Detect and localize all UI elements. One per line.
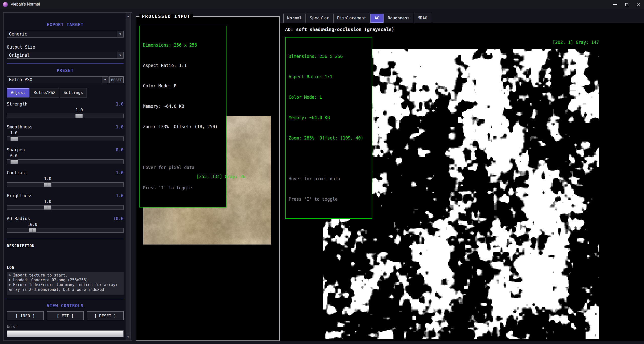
input-info-overlay: Dimensions: 256 x 256 Aspect Ratio: 1:1 …: [139, 26, 226, 208]
preset-value: Retro PSX: [9, 77, 32, 82]
slider-ao-radius: AO Radius10.0 10.0: [7, 216, 124, 233]
info-dimensions: Dimensions: 256 x 256: [143, 42, 223, 49]
separator: [7, 239, 124, 239]
description-body: [7, 249, 124, 265]
output-caption: AO: soft shadowing/occlusion (grayscale): [285, 27, 394, 32]
scroll-up-icon[interactable]: ▲: [126, 13, 130, 19]
slider-value: 1.0: [116, 101, 124, 107]
log-line: > Error: IndexError: too many indices fo…: [9, 283, 122, 292]
tab-settings[interactable]: Settings: [60, 88, 87, 97]
slider-brightness: Brightness1.0 1.0: [7, 193, 124, 210]
preset-select[interactable]: Retro PSX ▼: [7, 76, 108, 83]
slider-handle[interactable]: [44, 182, 52, 187]
scrollbar-thumb[interactable]: [126, 19, 130, 334]
info-zoom: Zoom: 133% Offset: (18, 250): [143, 123, 223, 130]
titlebar: Viebah's Normal: [0, 0, 644, 9]
slider-handle[interactable]: [10, 159, 18, 164]
slider-handle-label: 0.0: [10, 153, 17, 158]
tab-mrao[interactable]: MRAO: [414, 14, 431, 23]
output-size-label: Output Size: [7, 45, 124, 50]
slider-contrast: Contrast1.0 1.0: [7, 170, 124, 187]
reset-view-button[interactable]: [ RESET ]: [87, 311, 124, 320]
slider-track[interactable]: [7, 114, 124, 118]
separator: [7, 63, 124, 64]
slider-label: AO Radius: [7, 216, 30, 222]
separator: [7, 299, 124, 299]
export-format-select[interactable]: Generic ▼: [7, 31, 124, 38]
info-hint-hover: Hover for pixel data: [289, 176, 369, 182]
sidebar-scrollbar[interactable]: ▲ ▼: [126, 13, 131, 340]
slider-label: Contrast: [7, 170, 27, 176]
app-icon: [3, 2, 8, 7]
slider-smoothness: Smoothness1.0 1.0: [7, 124, 124, 141]
scroll-down-icon[interactable]: ▼: [126, 334, 130, 340]
info-aspect: Aspect Ratio: 1:1: [289, 74, 369, 80]
preset-header: PRESET: [7, 68, 124, 73]
slider-label: Brightness: [7, 193, 32, 199]
status-progressbar: [7, 330, 124, 337]
slider-value: 1.0: [116, 193, 124, 199]
slider-handle[interactable]: [10, 136, 18, 141]
slider-track[interactable]: [7, 159, 124, 164]
output-size-select[interactable]: Original ▼: [7, 52, 124, 59]
info-hint-hover: Hover for pixel data: [143, 164, 223, 171]
tab-displacement[interactable]: Displacement: [333, 14, 370, 23]
info-color-mode: Color Mode: P: [143, 83, 223, 89]
info-button[interactable]: [ INFO ]: [7, 311, 44, 320]
info-memory: Memory: ~64.0 KB: [143, 103, 223, 110]
slider-track[interactable]: [7, 182, 124, 187]
slider-value: 1.0: [116, 124, 124, 130]
info-zoom: Zoom: 285% Offset: (109, 40): [289, 135, 369, 142]
slider-label: Strength: [7, 101, 27, 107]
info-color-mode: Color Mode: L: [289, 94, 369, 101]
tab-retro-psx[interactable]: Retro/PSX: [30, 88, 59, 97]
info-memory: Memory: ~64.0 KB: [289, 114, 369, 121]
slider-label: Sharpen: [7, 147, 25, 153]
tab-ao[interactable]: AO: [370, 14, 383, 23]
maximize-button[interactable]: [621, 0, 632, 9]
output-info-overlay: Dimensions: 256 x 256 Aspect Ratio: 1:1 …: [285, 37, 372, 219]
slider-track[interactable]: [7, 228, 124, 233]
slider-track[interactable]: [7, 136, 124, 141]
slider-handle-label: 10.0: [28, 222, 37, 227]
chevron-down-icon[interactable]: ▼: [117, 52, 123, 58]
chevron-down-icon[interactable]: ▼: [117, 31, 123, 37]
close-button[interactable]: [632, 0, 644, 9]
window-title: Viebah's Normal: [11, 2, 40, 7]
slider-handle[interactable]: [44, 205, 52, 210]
slider-track[interactable]: [7, 205, 124, 210]
log-box[interactable]: > Import texture to start. > Loaded: Con…: [7, 272, 124, 295]
chevron-down-icon[interactable]: ▼: [102, 77, 108, 83]
output-pixel-readout: [202, 1] Gray: 147: [553, 40, 599, 45]
output-size-value: Original: [9, 53, 30, 58]
slider-handle[interactable]: [75, 114, 83, 118]
view-controls-header: VIEW CONTROLS: [7, 303, 124, 308]
tab-specular[interactable]: Specular: [306, 14, 333, 23]
slider-handle-label: 1.0: [44, 199, 51, 204]
description-header: DESCRIPTION: [7, 244, 124, 249]
log-line: > Import texture to start.: [9, 273, 122, 278]
fit-button[interactable]: [ FIT ]: [47, 311, 84, 320]
processed-input-title: PROCESSED INPUT: [139, 14, 193, 19]
info-hint-toggle: Press 'I' to toggle: [143, 185, 223, 191]
info-aspect: Aspect Ratio: 1:1: [143, 62, 223, 69]
preset-reset-button[interactable]: RESET: [109, 76, 124, 83]
info-hint-toggle: Press 'I' to toggle: [289, 196, 369, 203]
slider-handle[interactable]: [29, 228, 36, 233]
slider-value: 1.0: [116, 170, 124, 176]
log-line: > Loaded: Concrete_02.png (256x256): [9, 278, 122, 283]
slider-strength: Strength1.0 1.0: [7, 101, 124, 118]
log-header: LOG: [7, 265, 124, 270]
slider-sharpen: Sharpen0.0 0.0: [7, 147, 124, 164]
minimize-button[interactable]: [609, 0, 621, 9]
slider-handle-label: 1.0: [44, 176, 51, 181]
tab-adjust[interactable]: Adjust: [7, 88, 29, 97]
tab-roughness[interactable]: Roughness: [384, 14, 413, 23]
export-target-header: EXPORT TARGET: [7, 22, 124, 27]
tab-normal[interactable]: Normal: [283, 14, 306, 23]
output-panel: Normal Specular Displacement AO Roughnes…: [280, 9, 644, 341]
processed-input-panel: PROCESSED INPUT Dimensions: 256 x 256 As…: [136, 16, 280, 341]
slider-value: 10.0: [113, 216, 124, 222]
sidebar-tabbar: Adjust Retro/PSX Settings: [7, 88, 124, 97]
export-format-value: Generic: [9, 31, 27, 37]
